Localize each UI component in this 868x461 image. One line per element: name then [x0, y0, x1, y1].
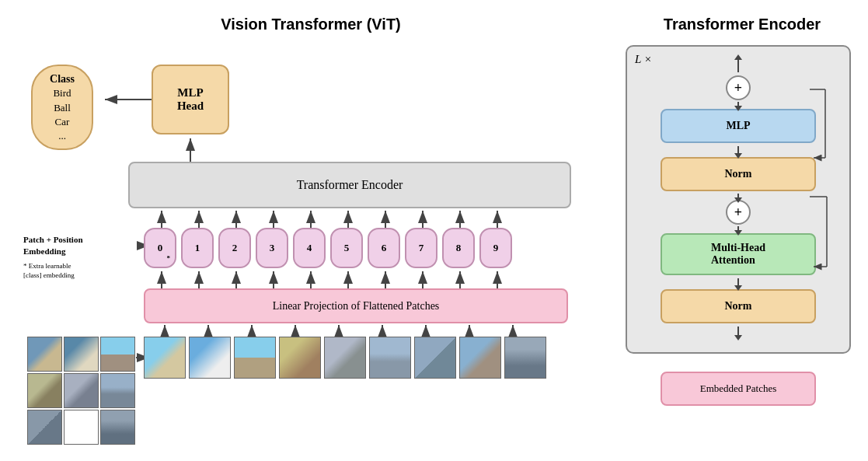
token-9: 9 [479, 228, 512, 268]
vit-diagram: Class Bird Ball Car ... MLPHead Transfor… [23, 41, 591, 453]
embedded-patches-label: Embedded Patches [700, 382, 777, 395]
class-label: Class [50, 72, 75, 87]
enc-mlp-label: MLP [726, 120, 750, 132]
main-container: Vision Transformer (ViT) [0, 0, 868, 461]
plus-circle-bottom: + [726, 200, 751, 225]
enc-attn-label: Multi-HeadAttention [711, 242, 765, 267]
transformer-encoder-label: Transformer Encoder [297, 178, 403, 192]
patch-img-4 [279, 337, 321, 379]
source-image-grid [27, 337, 135, 445]
enc-norm1-label: Norm [725, 168, 752, 180]
asterisk-note: * Extra learnable[class] embedding [23, 261, 124, 281]
patch-img-1 [144, 337, 186, 379]
token-8: 8 [442, 228, 475, 268]
encoder-section: Transformer Encoder L × [614, 8, 868, 453]
token-3: 3 [256, 228, 288, 268]
token-7: 7 [405, 228, 437, 268]
token-4: 4 [293, 228, 326, 268]
patch-img-5 [324, 337, 366, 379]
source-cell-1 [27, 337, 62, 372]
patch-img-2 [189, 337, 231, 379]
mlp-head-label: MLPHead [177, 86, 204, 113]
mlp-head-box: MLPHead [152, 65, 229, 134]
source-cell-3 [100, 337, 135, 372]
token-0: 0* [144, 228, 176, 268]
tokens-row: 0* 1 2 3 4 5 6 7 8 9 [144, 228, 512, 268]
patch-position-label: Patch + PositionEmbedding * Extra learna… [23, 234, 124, 281]
source-cell-2 [64, 337, 99, 372]
encoder-block: + MLP [643, 58, 834, 337]
linear-proj-box: Linear Projection of Flattened Patches [144, 288, 568, 323]
class-item-ellipsis: ... [58, 129, 66, 143]
plus-circle-top: + [726, 75, 751, 100]
source-cell-5 [64, 373, 99, 408]
image-patches-row [144, 337, 546, 379]
source-cell-9 [100, 410, 135, 445]
embedded-patches-box: Embedded Patches [661, 372, 816, 406]
class-item-ball: Ball [54, 101, 71, 115]
patch-position-text: Patch + PositionEmbedding [23, 235, 83, 256]
enc-norm2-label: Norm [725, 300, 752, 313]
patch-img-9 [504, 337, 546, 379]
token-1: 1 [181, 228, 214, 268]
patch-img-8 [459, 337, 501, 379]
vit-section: Vision Transformer (ViT) [16, 8, 606, 453]
class-item-car: Car [55, 115, 70, 129]
patch-img-3 [234, 337, 276, 379]
token-2: 2 [218, 228, 251, 268]
linear-proj-label: Linear Projection of Flattened Patches [273, 300, 440, 313]
patch-img-7 [414, 337, 456, 379]
vit-title: Vision Transformer (ViT) [23, 16, 598, 33]
enc-norm1-box: Norm [661, 157, 816, 191]
patch-img-6 [369, 337, 411, 379]
source-cell-8 [64, 410, 99, 445]
source-cell-4 [27, 373, 62, 408]
enc-norm2-box: Norm [661, 289, 816, 323]
enc-mlp-box: MLP [661, 109, 816, 143]
source-cell-7 [27, 410, 62, 445]
class-item-bird: Bird [53, 86, 71, 100]
encoder-title: Transformer Encoder [626, 16, 859, 33]
class-box: Class Bird Ball Car ... [31, 65, 93, 150]
transformer-encoder-box: Transformer Encoder [128, 162, 571, 208]
source-cell-6 [100, 373, 135, 408]
token-5: 5 [330, 228, 363, 268]
lx-label: L × [635, 53, 652, 66]
token-6: 6 [368, 228, 400, 268]
encoder-outer-box: L × [626, 45, 851, 354]
enc-attn-box: Multi-HeadAttention [661, 233, 816, 275]
